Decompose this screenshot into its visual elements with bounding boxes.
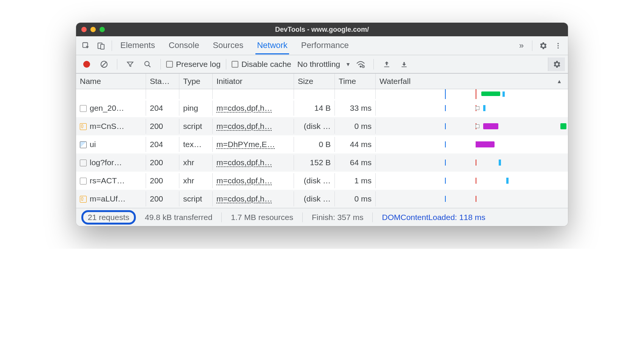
request-size: (disk … <box>294 119 335 134</box>
disable-cache-checkbox[interactable]: Disable cache <box>232 60 291 69</box>
table-row[interactable]: rs=ACT…200xhrm=cdos,dpf,h…(disk …1 ms <box>76 172 568 190</box>
separator <box>373 59 374 70</box>
record-button[interactable] <box>79 57 94 72</box>
initiator-link[interactable]: m=DhPYme,E… <box>216 140 275 149</box>
column-initiator[interactable]: Initiator <box>213 74 294 89</box>
status-resources: 1.7 MB resources <box>231 213 293 222</box>
initiator-link[interactable]: m=cdos,dpf,h… <box>216 194 272 203</box>
status-transferred: 49.8 kB transferred <box>145 213 213 222</box>
separator <box>532 40 532 51</box>
tab-performance[interactable]: Performance <box>300 37 350 54</box>
preserve-log-label: Preserve log <box>176 60 221 69</box>
request-size: 0 B <box>294 137 335 152</box>
kebab-menu-icon[interactable] <box>551 38 566 53</box>
request-time: 44 ms <box>335 137 376 152</box>
document-file-icon <box>80 178 87 184</box>
table-row[interactable]: m=aLUf…200scriptm=cdos,dpf,h…(disk …0 ms <box>76 190 568 208</box>
request-time: 1 ms <box>335 173 376 188</box>
waterfall-cell <box>376 178 568 184</box>
panel-tabbar: ElementsConsoleSourcesNetworkPerformance… <box>76 36 568 55</box>
script-file-icon <box>80 196 87 203</box>
device-toolbar-icon[interactable] <box>93 38 109 53</box>
request-status: 200 <box>146 155 179 170</box>
tab-console[interactable]: Console <box>167 37 201 54</box>
request-type: tex… <box>179 137 213 152</box>
request-name: log?for… <box>90 158 122 167</box>
svg-line-7 <box>102 62 107 67</box>
minimize-window-button[interactable] <box>90 27 96 32</box>
separator <box>221 212 222 222</box>
column-time[interactable]: Time <box>335 74 376 89</box>
separator <box>112 40 112 51</box>
tab-elements[interactable]: Elements <box>119 37 157 54</box>
status-domcontentloaded: DOMContentLoaded: 118 ms <box>382 213 485 222</box>
document-file-icon <box>80 160 87 166</box>
panel-tabs: ElementsConsoleSourcesNetworkPerformance <box>115 37 514 54</box>
initiator-link[interactable]: m=cdos,dpf,h… <box>216 122 272 130</box>
traffic-lights <box>81 27 105 32</box>
checkbox-icon <box>166 61 173 68</box>
separator <box>372 212 373 222</box>
column-type[interactable]: Type <box>179 74 213 89</box>
inspect-element-icon[interactable] <box>78 38 93 53</box>
column-waterfall[interactable]: Waterfall ▲ <box>376 74 568 89</box>
request-status: 204 <box>146 137 179 152</box>
column-name[interactable]: Name <box>76 74 146 89</box>
request-type: xhr <box>179 173 213 188</box>
request-name: ui <box>90 140 96 149</box>
tab-sources[interactable]: Sources <box>211 37 245 54</box>
image-file-icon <box>80 141 87 148</box>
throttling-value: No throttling <box>297 60 340 69</box>
network-toolbar: Preserve log Disable cache No throttling… <box>76 55 568 73</box>
table-header: Name Sta… Type Initiator Size Time Water… <box>76 73 568 89</box>
clear-icon[interactable] <box>96 57 112 72</box>
request-name: rs=ACT… <box>90 176 125 185</box>
checkbox-icon <box>232 61 238 68</box>
request-size: 152 B <box>294 155 335 170</box>
request-status: 200 <box>146 119 179 134</box>
status-requests: 21 requests <box>81 210 136 225</box>
initiator-link[interactable]: m=cdos,dpf,h… <box>216 158 272 167</box>
request-type: ping <box>179 101 213 116</box>
waterfall-cell <box>376 123 568 129</box>
waterfall-cell <box>376 105 568 111</box>
svg-rect-13 <box>401 66 406 67</box>
table-row[interactable]: m=CnS…200scriptm=cdos,dpf,h…(disk …0 ms <box>76 117 568 135</box>
settings-icon[interactable] <box>535 38 551 53</box>
tab-network[interactable]: Network <box>255 37 289 54</box>
request-type: xhr <box>179 155 213 170</box>
table-row[interactable]: ui204tex…m=DhPYme,E…0 B44 ms <box>76 135 568 153</box>
upload-har-icon[interactable] <box>379 57 394 72</box>
waterfall-cell <box>376 160 568 166</box>
preserve-log-checkbox[interactable]: Preserve log <box>166 60 221 69</box>
disable-cache-label: Disable cache <box>241 60 291 69</box>
table-row[interactable]: log?for…200xhrm=cdos,dpf,h…152 B64 ms <box>76 153 568 172</box>
filter-icon[interactable] <box>123 57 138 72</box>
request-size: (disk … <box>294 191 335 206</box>
chevron-down-icon: ▼ <box>345 61 351 67</box>
table-row[interactable]: gen_20…204pingm=cdos,dpf,h…14 B33 ms <box>76 99 568 117</box>
download-har-icon[interactable] <box>397 57 412 72</box>
column-status[interactable]: Sta… <box>146 74 179 89</box>
initiator-link[interactable]: m=cdos,dpf,h… <box>216 104 272 112</box>
svg-point-4 <box>557 45 558 46</box>
more-tabs-icon[interactable]: » <box>514 38 529 53</box>
zoom-window-button[interactable] <box>100 27 105 32</box>
devtools-window: DevTools - www.google.com/ ElementsConso… <box>76 23 568 226</box>
close-window-button[interactable] <box>81 27 87 32</box>
request-name: m=CnS… <box>90 122 124 130</box>
initiator-link[interactable]: m=cdos,dpf,h… <box>216 176 272 185</box>
separator <box>160 59 161 70</box>
network-conditions-icon[interactable] <box>353 57 368 72</box>
svg-point-5 <box>557 47 558 48</box>
request-time: 33 ms <box>335 101 376 116</box>
document-file-icon <box>80 105 87 112</box>
request-type: script <box>179 119 213 134</box>
throttling-select[interactable]: No throttling ▼ <box>297 60 351 69</box>
network-settings-button[interactable] <box>548 57 565 71</box>
waterfall-cell <box>376 141 568 147</box>
search-icon[interactable] <box>140 57 155 72</box>
request-status: 200 <box>146 191 179 206</box>
column-size[interactable]: Size <box>294 74 335 89</box>
request-name: gen_20… <box>90 104 124 112</box>
